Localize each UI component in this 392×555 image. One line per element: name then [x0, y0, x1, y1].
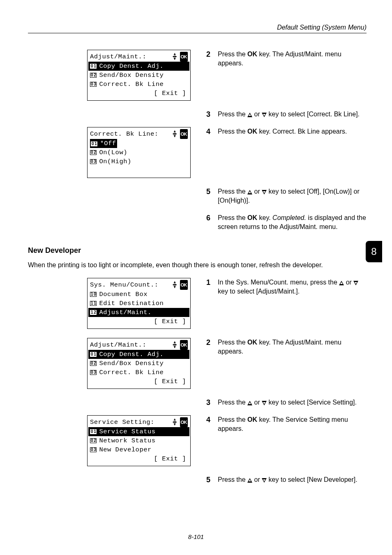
lcd4-exit: [ Exit ]: [154, 377, 186, 386]
stepB3-num: 3: [205, 398, 210, 407]
lcd2-l1: *Off: [100, 140, 116, 147]
triangle-up-icon: [247, 190, 252, 194]
footer-page-number: 8-101: [0, 533, 392, 540]
chapter-thumb: 8: [366, 241, 382, 262]
lcd1-exit: [ Exit ]: [154, 89, 186, 98]
triangle-down-icon: [262, 190, 267, 194]
lcd3-l3: Adjust/Maint.: [99, 308, 151, 317]
lcd5-l1-num: 0 1: [90, 429, 97, 434]
triangle-down-icon: [262, 401, 267, 405]
lcd-service-setting: Service Setting: ▲◀▶▼ OK 0 1Service Stat…: [87, 415, 191, 466]
nav-arrows-icon: ▲◀▶▼: [171, 53, 179, 60]
lcd5-l1: Service Status: [99, 427, 155, 436]
stepB2-num: 2: [205, 338, 210, 356]
lcd4-l3: Correct. Bk Line: [99, 368, 164, 377]
lcd1-l3-num: 0 3: [90, 82, 97, 87]
lcd2-l2-num: 0 2: [90, 150, 97, 155]
stepA4-num: 4: [205, 127, 210, 136]
stepA6-text: Press the OK key. Completed. is displaye…: [218, 213, 367, 231]
lcd-adjust-maint-2: Adjust/Maint.: ▲◀▶▼ OK 0 1Copy Denst. Ad…: [87, 338, 191, 389]
header-section-title: Default Setting (System Menu): [28, 24, 367, 31]
lcd2-l1-num: 0 1: [91, 141, 97, 146]
lcd1-l2-num: 0 2: [90, 73, 97, 78]
stepA3-num: 3: [205, 110, 210, 119]
triangle-up-icon: [247, 478, 252, 483]
lcd4-title: Adjust/Maint.:: [90, 340, 171, 349]
stepB1-num: 1: [205, 278, 210, 296]
stepA5-num: 5: [205, 187, 210, 205]
stepA5-text: Press the or key to select [Off], [On(Lo…: [218, 187, 367, 205]
lcd4-l2: Send/Box Density: [99, 359, 164, 368]
lcd1-l1: Copy Denst. Adj.: [99, 62, 164, 71]
stepB4-text: Press the OK key. The Service Setting me…: [218, 415, 367, 433]
lcd2-l3: On(High): [99, 157, 131, 166]
lcd5-l2-num: 0 2: [90, 438, 97, 443]
stepB5-num: 5: [205, 475, 210, 484]
lcd5-l3-num: 0 3: [90, 447, 97, 452]
stepA3-text: Press the or key to select [Correct. Bk …: [218, 110, 360, 119]
lcd2-title: Correct. Bk Line:: [90, 130, 171, 139]
lcd-sys-menu-count: Sys. Menu/Count.: ▲◀▶▼ OK 1 0Document Bo…: [87, 278, 191, 329]
ok-icon: OK: [180, 52, 188, 62]
lcd5-l3: New Developer: [99, 445, 151, 454]
triangle-up-icon: [339, 281, 344, 285]
nav-arrows-icon: ▲◀▶▼: [171, 341, 179, 349]
triangle-down-icon: [353, 281, 358, 285]
triangle-up-icon: [247, 113, 252, 117]
triangle-down-icon: [262, 478, 267, 483]
lcd3-l2: Edit Destination: [99, 299, 164, 308]
lcd-adjust-maint-1: Adjust/Maint.: ▲◀▶▼ OK 0 1Copy Denst. Ad…: [87, 50, 191, 101]
triangle-down-icon: [262, 113, 267, 117]
nav-arrows-icon: ▲◀▶▼: [171, 281, 179, 289]
header-rule: [28, 33, 367, 33]
lcd4-l1-num: 0 1: [90, 352, 97, 357]
lcd1-title: Adjust/Maint.:: [90, 52, 171, 61]
heading-new-developer: New Developer: [28, 246, 367, 255]
stepB3-text: Press the or key to select [Service Sett…: [218, 398, 357, 407]
lcd3-l3-num: 1 2: [90, 310, 97, 315]
lcd1-l1-num: 0 1: [90, 64, 97, 69]
stepA6-num: 6: [205, 213, 210, 231]
lcd-correct-bk-line: Correct. Bk Line: ▲◀▶▼ OK 0 1*Off 0 2On(…: [87, 127, 191, 178]
stepB2-text: Press the OK key. The Adjust/Maint. menu…: [218, 338, 367, 356]
lcd5-exit: [ Exit ]: [154, 454, 186, 463]
lcd1-l3: Correct. Bk Line: [99, 80, 164, 89]
ok-icon: OK: [180, 129, 188, 139]
lcd5-l2: Network Status: [99, 436, 155, 445]
intro-new-developer: When the printing is too light or incomp…: [28, 261, 367, 270]
lcd1-l2: Send/Box Density: [99, 71, 164, 80]
ok-icon: OK: [180, 280, 188, 290]
ok-icon: OK: [180, 417, 188, 427]
stepA2-text: Press the OK key. The Adjust/Maint. menu…: [218, 50, 367, 68]
lcd4-l2-num: 0 2: [90, 361, 97, 366]
lcd3-title: Sys. Menu/Count.:: [90, 280, 171, 289]
stepA4-text: Press the OK key. Correct. Bk Line appea…: [218, 127, 347, 136]
lcd5-title: Service Setting:: [90, 418, 171, 427]
lcd3-l1: Document Box: [99, 290, 148, 299]
stepB5-text: Press the or key to select [New Develope…: [218, 475, 357, 484]
nav-arrows-icon: ▲◀▶▼: [171, 130, 179, 138]
lcd2-l3-num: 0 3: [90, 159, 97, 164]
nav-arrows-icon: ▲◀▶▼: [171, 419, 179, 426]
lcd3-l2-num: 1 1: [90, 301, 97, 306]
lcd3-exit: [ Exit ]: [154, 317, 186, 326]
lcd4-l1: Copy Denst. Adj.: [99, 350, 164, 359]
lcd3-l1-num: 1 0: [90, 292, 97, 297]
ok-icon: OK: [180, 340, 188, 350]
stepB1-text: In the Sys. Menu/Count. menu, press the …: [218, 278, 367, 296]
lcd4-l3-num: 0 3: [90, 370, 97, 375]
lcd2-l2: On(Low): [99, 148, 127, 157]
stepA2-num: 2: [205, 50, 210, 68]
triangle-up-icon: [247, 401, 252, 405]
stepB4-num: 4: [205, 415, 210, 433]
